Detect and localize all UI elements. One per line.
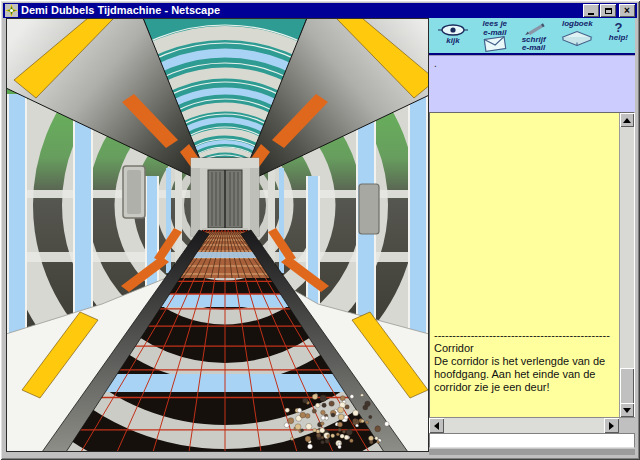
scroll-left-button[interactable] [429,418,444,433]
toolbar-item-logboek[interactable]: logboek [560,19,594,53]
corridor-scene[interactable] [6,18,429,452]
door-rib [279,168,284,273]
wall-panel-right [359,184,379,234]
toolbar-item-schrijf-email[interactable]: schrijf e-mail [522,19,546,53]
close-button[interactable]: × [619,4,635,17]
nav-toolbar: kijk lees je e-mail schrijf e-mail logbo… [429,18,635,55]
toolbar-item-help[interactable]: ? help! [609,19,628,53]
message-text: ----------------------------------------… [434,329,614,394]
app-icon [5,4,18,17]
toolbar-item-kijk[interactable]: kijk [438,19,468,53]
arrow-up-icon [623,118,631,123]
scrollbar-corner [619,418,635,433]
message-divider: ----------------------------------------… [434,329,614,342]
toolbar-item-lees-email[interactable]: lees je e-mail [483,19,507,53]
bottom-white-frame [429,433,635,448]
vertical-scrollbar[interactable] [619,113,634,417]
note-text: . [434,59,635,69]
toolbar-label: schrijf e-mail [522,36,546,53]
wall-panel-left [123,166,145,218]
arrow-down-icon [623,408,631,413]
browser-window: Demi Dubbels Tijdmachine - Netscape × [0,0,640,460]
envelope-icon [483,36,507,53]
minimize-icon [588,13,594,15]
minimize-button[interactable] [583,4,599,17]
book-icon [560,29,594,46]
message-frame: ----------------------------------------… [429,112,635,417]
scroll-up-button[interactable] [620,113,634,127]
right-panel: kijk lees je e-mail schrijf e-mail logbo… [429,18,635,456]
toolbar-label: kijk [446,37,459,46]
bottom-gray-bar[interactable] [429,448,635,455]
toolbar-label: help! [609,34,628,43]
door-rib [166,168,171,273]
arrow-right-icon [609,422,614,430]
message-heading: Corridor [434,342,614,355]
arrow-left-icon [434,422,439,430]
window-title: Demi Dubbels Tijdmachine - Netscape [21,4,220,17]
horizontal-scroll-track[interactable] [444,418,604,433]
maximize-icon [605,8,612,14]
horizontal-scrollbar[interactable] [429,417,635,433]
scroll-down-button[interactable] [620,403,634,417]
pencil-icon [523,23,545,36]
vertical-scroll-thumb[interactable] [620,368,634,404]
note-frame: . [429,55,635,112]
toolbar-label: logboek [562,20,593,29]
message-body: De corridor is het verlengde van de hoof… [434,355,614,394]
eye-icon [438,22,468,37]
scroll-right-button[interactable] [604,418,619,433]
title-bar[interactable]: Demi Dubbels Tijdmachine - Netscape × [3,3,637,18]
maximize-button[interactable] [600,4,616,17]
corridor-door[interactable] [191,158,259,236]
